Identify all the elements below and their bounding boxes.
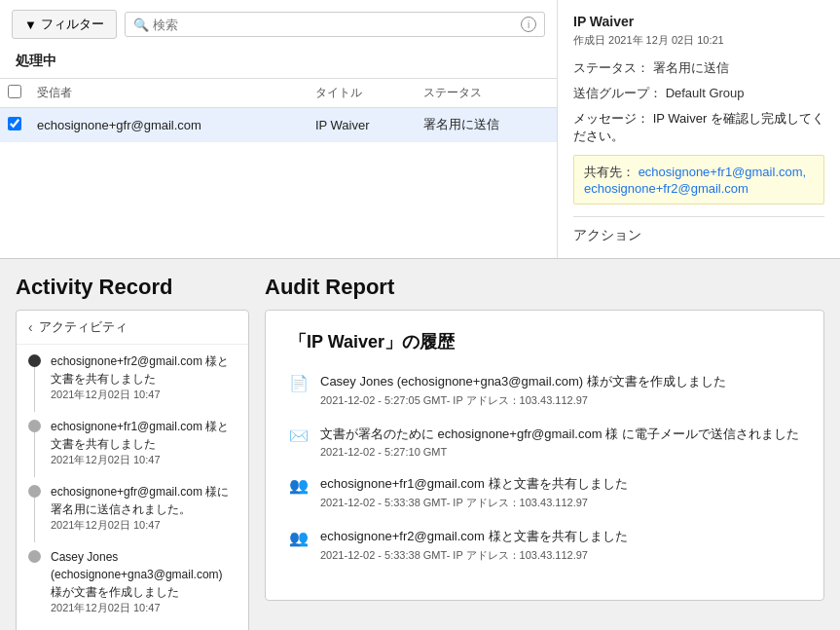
top-section: ▼ フィルター 🔍 i 処理中 受信者 タイトル ステータス bbox=[0, 0, 840, 259]
audit-share-icon: 👥 bbox=[289, 476, 309, 496]
activity-item-content: echosignone+fr1@gmail.com 様と文書を共有しました 20… bbox=[51, 418, 237, 467]
audit-email-icon: ✉️ bbox=[289, 426, 309, 446]
detail-title: IP Waiver bbox=[573, 14, 824, 29]
activity-card: ‹ アクティビティ echosignone+fr2@gmail.com 様と文書… bbox=[16, 310, 249, 630]
chevron-left-icon: ‹ bbox=[28, 319, 33, 335]
activity-item-text: Casey Jones (echosignone+gna3@gmail.com)… bbox=[51, 548, 237, 601]
audit-item-meta: 2021-12-02 - 5:33:38 GMT- IP アドレス：103.43… bbox=[320, 548, 800, 563]
col-recipient: 受信者 bbox=[29, 79, 308, 108]
activity-item-date: 2021年12月02日 10:47 bbox=[51, 388, 237, 402]
activity-item-text: echosignone+gfr@gmail.com 様に署名用に送信されました。 bbox=[51, 483, 237, 518]
activity-item-date: 2021年12月02日 10:47 bbox=[51, 601, 237, 615]
activity-item-content: echosignone+gfr@gmail.com 様に署名用に送信されました。… bbox=[51, 483, 237, 533]
col-status: ステータス bbox=[416, 79, 557, 108]
audit-list: 📄 Casey Jones (echosignone+gna3@gmail.co… bbox=[289, 373, 800, 563]
search-input[interactable] bbox=[153, 18, 517, 32]
audit-card: 「IP Waiver」の履歴 📄 Casey Jones (echosignon… bbox=[265, 310, 824, 601]
bottom-section: Activity Record ‹ アクティビティ echosignone+fr… bbox=[0, 259, 840, 630]
detail-panel: IP Waiver 作成日 2021年 12月 02日 10:21 ステータス：… bbox=[558, 0, 840, 258]
activity-item-date: 2021年12月02日 10:47 bbox=[51, 453, 237, 467]
col-title: タイトル bbox=[308, 79, 416, 108]
audit-item: ✉️ 文書が署名のために echosignone+gfr@gmail.com 様… bbox=[289, 426, 800, 458]
audit-doc-icon: 📄 bbox=[289, 374, 309, 393]
activity-item: Casey Jones (echosignone+gna3@gmail.com)… bbox=[28, 548, 237, 615]
activity-item-content: echosignone+fr2@gmail.com 様と文書を共有しました 20… bbox=[51, 352, 237, 402]
toolbar: ▼ フィルター 🔍 i bbox=[0, 10, 557, 49]
activity-item: echosignone+fr2@gmail.com 様と文書を共有しました 20… bbox=[28, 352, 237, 402]
activity-header-label: アクティビティ bbox=[39, 318, 128, 336]
doc-table: 受信者 タイトル ステータス echosignone+gfr@gmail.com… bbox=[0, 78, 557, 142]
audit-item-content: Casey Jones (echosignone+gna3@gmail.com)… bbox=[320, 373, 800, 408]
search-icon: 🔍 bbox=[133, 18, 149, 32]
row-recipient: echosignone+gfr@gmail.com bbox=[29, 108, 308, 142]
row-checkbox[interactable] bbox=[8, 117, 21, 130]
audit-item-text: echosignone+fr1@gmail.com 様と文書を共有しました bbox=[320, 475, 800, 493]
info-icon[interactable]: i bbox=[521, 17, 536, 32]
shared-box: 共有先： echosignone+fr1@gmail.com, echosign… bbox=[573, 155, 824, 204]
filter-icon: ▼ bbox=[24, 18, 37, 32]
audit-item-meta: 2021-12-02 - 5:27:05 GMT- IP アドレス：103.43… bbox=[320, 393, 800, 408]
row-checkbox-cell[interactable] bbox=[0, 108, 29, 142]
activity-dot bbox=[28, 420, 41, 432]
table-row[interactable]: echosignone+gfr@gmail.com IP Waiver 署名用に… bbox=[0, 108, 557, 142]
doc-list-panel: ▼ フィルター 🔍 i 処理中 受信者 タイトル ステータス bbox=[0, 0, 558, 258]
activity-dot bbox=[28, 550, 41, 563]
audit-item: 📄 Casey Jones (echosignone+gna3@gmail.co… bbox=[289, 373, 800, 408]
activity-item: echosignone+fr1@gmail.com 様と文書を共有しました 20… bbox=[28, 418, 237, 467]
activity-header[interactable]: ‹ アクティビティ bbox=[17, 311, 248, 345]
row-title: IP Waiver bbox=[308, 108, 416, 142]
audit-item: 👥 echosignone+fr2@gmail.com 様と文書を共有しました … bbox=[289, 528, 800, 563]
activity-item-text: echosignone+fr2@gmail.com 様と文書を共有しました bbox=[51, 352, 237, 388]
activity-item: echosignone+gfr@gmail.com 様に署名用に送信されました。… bbox=[28, 483, 237, 533]
audit-item: 👥 echosignone+fr1@gmail.com 様と文書を共有しました … bbox=[289, 475, 800, 510]
audit-item-content: echosignone+fr2@gmail.com 様と文書を共有しました 20… bbox=[320, 528, 800, 563]
activity-item-text: echosignone+fr1@gmail.com 様と文書を共有しました bbox=[51, 418, 237, 453]
section-label: 処理中 bbox=[0, 49, 557, 78]
action-section: アクション bbox=[573, 216, 824, 244]
detail-group-row: 送信グループ： Default Group bbox=[573, 85, 824, 102]
activity-dot bbox=[28, 485, 41, 498]
audit-section-title: Audit Report bbox=[265, 275, 824, 300]
audit-item-content: echosignone+fr1@gmail.com 様と文書を共有しました 20… bbox=[320, 475, 800, 510]
audit-item-meta: 2021-12-02 - 5:27:10 GMT bbox=[320, 446, 800, 458]
filter-label: フィルター bbox=[41, 16, 104, 33]
detail-status-row: ステータス： 署名用に送信 bbox=[573, 59, 824, 77]
activity-item-date: 2021年12月02日 10:47 bbox=[51, 518, 237, 533]
action-title[interactable]: アクション bbox=[573, 227, 824, 244]
filter-button[interactable]: ▼ フィルター bbox=[12, 10, 117, 39]
activity-section: Activity Record ‹ アクティビティ echosignone+fr… bbox=[16, 275, 249, 630]
activity-dot bbox=[28, 354, 41, 367]
activity-section-title: Activity Record bbox=[16, 275, 249, 300]
audit-item-text: Casey Jones (echosignone+gna3@gmail.com)… bbox=[320, 373, 800, 390]
search-box: 🔍 i bbox=[125, 12, 545, 37]
col-checkbox bbox=[0, 79, 29, 108]
detail-created: 作成日 2021年 12月 02日 10:21 bbox=[573, 33, 824, 48]
audit-item-meta: 2021-12-02 - 5:33:38 GMT- IP アドレス：103.43… bbox=[320, 496, 800, 510]
activity-list: echosignone+fr2@gmail.com 様と文書を共有しました 20… bbox=[17, 345, 248, 630]
audit-share-icon: 👥 bbox=[289, 529, 309, 548]
table-header-row: 受信者 タイトル ステータス bbox=[0, 79, 557, 108]
select-all-checkbox[interactable] bbox=[8, 85, 21, 98]
detail-message: メッセージ： IP Waiver を確認し完成してください。 bbox=[573, 110, 824, 145]
row-status: 署名用に送信 bbox=[416, 108, 557, 142]
audit-item-text: 文書が署名のために echosignone+gfr@gmail.com 様 に電… bbox=[320, 426, 800, 443]
activity-item-content: Casey Jones (echosignone+gna3@gmail.com)… bbox=[51, 548, 237, 615]
audit-card-title: 「IP Waiver」の履歴 bbox=[289, 330, 800, 353]
audit-item-text: echosignone+fr2@gmail.com 様と文書を共有しました bbox=[320, 528, 800, 545]
audit-item-content: 文書が署名のために echosignone+gfr@gmail.com 様 に電… bbox=[320, 426, 800, 458]
audit-section: Audit Report 「IP Waiver」の履歴 📄 Casey Jone… bbox=[265, 275, 824, 630]
